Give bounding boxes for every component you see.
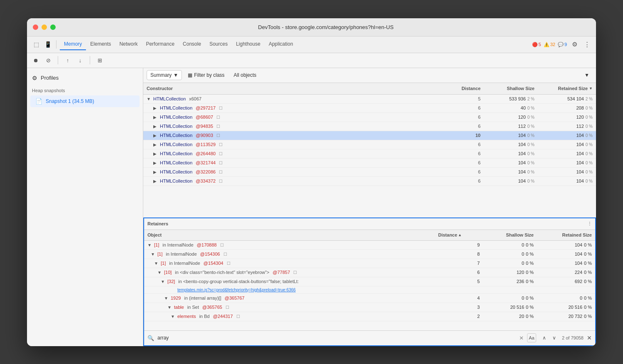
ret-col-shallow: Shallow Size <box>480 232 534 237</box>
error-badge[interactable]: 🔴 5 <box>532 42 541 47</box>
table-row[interactable]: ▶ HTMLCollection @264480 ☐ 6 104 0 % 104 <box>143 149 596 159</box>
table-row[interactable]: ▶ HTMLCollection @90903 ☐ 10 104 0 % 104 <box>143 131 596 140</box>
copy-node-icon[interactable]: ☐ <box>216 115 220 120</box>
snapshot-item[interactable]: 📄 Snapshot 1 (34.5 MB) <box>30 95 140 107</box>
expand-icon[interactable]: ▶ <box>153 115 158 120</box>
load-icon[interactable]: ↑ <box>63 56 72 65</box>
device-toggle-icon[interactable]: 📱 <box>43 39 53 49</box>
table-row[interactable]: ▶ HTMLCollection @113529 ☐ 6 104 0 % 104 <box>143 140 596 149</box>
retainer-row[interactable]: ▼ 1929 in (internal array)[] @365767 4 0… <box>144 294 595 303</box>
info-badge[interactable]: 💬 9 <box>558 42 567 47</box>
table-row[interactable]: ▼ HTMLCollection x6067 5 533 936 2 % 534… <box>143 95 596 104</box>
ret-label: ▼ [1] in InternalNode @170888 ☐ <box>147 242 438 247</box>
expand-icon[interactable]: ▼ <box>171 314 176 319</box>
expand-icon[interactable]: ▶ <box>153 106 158 110</box>
tab-sources[interactable]: Sources <box>205 39 232 50</box>
search-input[interactable] <box>157 335 516 341</box>
record-icon[interactable]: ⏺ <box>31 56 40 65</box>
copy-node-icon[interactable]: ☐ <box>219 106 223 110</box>
expand-icon[interactable]: ▼ <box>161 279 166 284</box>
title-bar: DevTools - store.google.com/category/pho… <box>27 18 596 37</box>
filter-by-class-button[interactable]: ▦ Filter by class <box>184 71 228 80</box>
copy-node-icon[interactable]: ☐ <box>219 161 223 165</box>
retainer-row[interactable]: ▼ [1] in InternalNode @154306 ☐ 8 0 0 % <box>144 250 595 259</box>
row-label: ▶ HTMLCollection @264480 ☐ <box>147 151 443 156</box>
ret-shallow: 0 0 % <box>480 242 534 247</box>
table-row[interactable]: ▶ HTMLCollection @297217 ☐ 6 40 0 % 208 <box>143 104 596 113</box>
table-row[interactable]: ▶ HTMLCollection @322086 ☐ 6 104 0 % 104 <box>143 168 596 177</box>
copy-node-icon[interactable]: ☐ <box>226 305 229 310</box>
settings-icon[interactable]: ⚙ <box>569 39 579 49</box>
expand-icon[interactable]: ▼ <box>151 252 156 257</box>
table-row[interactable]: ▶ HTMLCollection @334372 ☐ 6 104 0 % 104 <box>143 177 596 186</box>
tab-network[interactable]: Network <box>115 39 142 50</box>
search-next-button[interactable]: ∨ <box>549 333 559 342</box>
copy-node-icon[interactable]: ☐ <box>216 133 220 138</box>
constructor-id: @322086 <box>196 169 216 174</box>
warning-badge[interactable]: ⚠️ 32 <box>544 42 555 47</box>
copy-node-icon[interactable]: ☐ <box>227 261 231 266</box>
table-row[interactable]: ▶ HTMLCollection @94835 ☐ 6 112 0 % 112 <box>143 122 596 131</box>
expand-icon[interactable]: ▼ <box>164 296 169 300</box>
tab-application[interactable]: Application <box>265 39 297 50</box>
copy-node-icon[interactable]: ☐ <box>236 314 240 319</box>
table-row[interactable]: ▶ HTMLCollection @68607 ☐ 6 120 0 % 120 <box>143 113 596 122</box>
tab-navigation: Memory Elements Network Performance Cons… <box>60 39 530 50</box>
distance-cell: 6 <box>443 160 481 165</box>
copy-node-icon[interactable]: ☐ <box>220 243 224 247</box>
expand-icon[interactable]: ▶ <box>153 179 158 183</box>
search-prev-button[interactable]: ∧ <box>540 333 549 342</box>
maximize-button[interactable] <box>50 24 56 30</box>
expand-icon[interactable]: ▼ <box>157 270 162 275</box>
summary-dropdown[interactable]: Summary ▼ <box>147 70 182 80</box>
tab-elements[interactable]: Elements <box>86 39 115 50</box>
copy-node-icon[interactable]: ☐ <box>216 124 220 129</box>
retainer-row[interactable]: ▼ elements in Bd @244317 ☐ 2 20 0 % 20 <box>144 312 595 321</box>
expand-icon[interactable]: ▼ <box>147 97 152 101</box>
copy-node-icon[interactable]: ☐ <box>219 179 223 183</box>
copy-node-icon[interactable]: ☐ <box>219 170 223 174</box>
inspect-element-icon[interactable]: ⬚ <box>31 39 41 49</box>
more-options-icon[interactable]: ⋮ <box>582 39 592 49</box>
ret-shallow: 0 0 % <box>480 296 534 300</box>
retainer-row[interactable]: ▼ [1] in InternalNode @154304 ☐ 7 0 0 % <box>144 259 595 268</box>
expand-icon[interactable]: ▶ <box>153 133 158 138</box>
row-label: ▶ HTMLCollection @297217 ☐ <box>147 105 443 110</box>
tab-console[interactable]: Console <box>179 39 205 50</box>
retainer-row[interactable]: ▼ [10] in <div class="bento-rich-text" s… <box>144 268 595 277</box>
expand-icon[interactable]: ▶ <box>153 161 158 165</box>
constructor-id: @90903 <box>196 133 213 138</box>
tab-performance[interactable]: Performance <box>142 39 179 50</box>
ret-col-object: Object <box>147 232 438 237</box>
copy-node-icon[interactable]: ☐ <box>223 252 227 257</box>
expand-icon[interactable]: ▶ <box>153 170 158 174</box>
tab-lighthouse[interactable]: Lighthouse <box>232 39 265 50</box>
clear-icon[interactable]: ⊘ <box>44 56 53 65</box>
copy-node-icon[interactable]: ☐ <box>293 270 297 275</box>
retainer-row[interactable]: ▼ [32] in <bento-copy-group vertical-sta… <box>144 277 595 286</box>
group-icon[interactable]: ⊞ <box>95 56 104 65</box>
retainer-row[interactable]: ▼ table in Set @365765 ☐ 3 20 516 0 % <box>144 303 595 312</box>
retainer-row[interactable]: ▼ [1] in InternalNode @170888 ☐ 9 0 0 % <box>144 241 595 250</box>
expand-icon[interactable]: ▶ <box>153 124 158 129</box>
tab-memory[interactable]: Memory <box>60 39 86 50</box>
expand-icon[interactable]: ▶ <box>153 151 158 156</box>
match-case-button[interactable]: Aa <box>527 333 536 342</box>
save-icon[interactable]: ↓ <box>76 56 85 65</box>
all-objects-dropdown[interactable]: All objects ▼ <box>231 71 593 80</box>
search-nav: ∧ ∨ <box>540 333 559 342</box>
expand-icon[interactable]: ▼ <box>167 305 172 310</box>
minimize-button[interactable] <box>42 24 47 30</box>
expand-icon[interactable]: ▼ <box>147 243 152 247</box>
search-close-button[interactable]: ✕ <box>587 335 592 341</box>
expand-icon[interactable]: ▼ <box>154 261 159 266</box>
copy-node-icon[interactable]: ☐ <box>219 142 223 147</box>
table-row[interactable]: ▶ HTMLCollection @321744 ☐ 6 104 0 % 104 <box>143 159 596 168</box>
retainers-menu-icon[interactable]: ⋮ <box>587 221 592 227</box>
script-link[interactable]: templates.min.js?sc=prod&fetchpriority=h… <box>177 288 296 292</box>
copy-node-icon[interactable]: ☐ <box>219 151 223 156</box>
close-button[interactable] <box>33 24 38 30</box>
search-clear-icon[interactable]: ✕ <box>519 335 524 341</box>
expand-icon[interactable]: ▶ <box>153 142 158 147</box>
info-icon: 💬 <box>558 42 564 47</box>
